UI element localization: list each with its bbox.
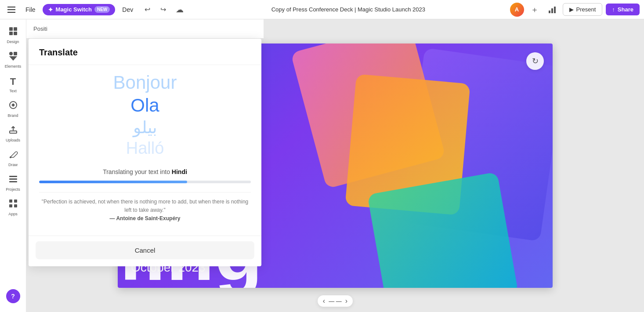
word-ola: Ola	[130, 95, 159, 116]
sidebar-label-draw: Draw	[8, 163, 18, 167]
svg-rect-18	[9, 204, 12, 207]
add-collaborator-button[interactable]: ＋	[528, 3, 542, 17]
sidebar-label-projects: Projects	[6, 187, 20, 192]
file-menu-button[interactable]: File	[21, 4, 40, 15]
svg-rect-0	[549, 11, 550, 13]
sidebar-label-text: Text	[9, 89, 17, 93]
svg-marker-9	[9, 56, 17, 61]
progress-bar-container	[39, 181, 251, 183]
share-button[interactable]: ↑ Share	[606, 4, 640, 15]
magic-switch-button[interactable]: ✦ Magic Switch NEW	[43, 4, 116, 15]
prev-page-button[interactable]: ‹	[323, 297, 325, 305]
quote-author: — Antoine de Saint-Exupéry	[39, 214, 251, 223]
svg-rect-6	[14, 32, 17, 35]
svg-rect-5	[9, 32, 13, 35]
topbar-right: A ＋ ▶ Present ↑ Share	[510, 3, 640, 17]
undo-redo-group: ↩ ↪	[140, 3, 170, 17]
sidebar-item-design[interactable]: Design	[2, 24, 25, 47]
sidebar-bottom: ?	[6, 289, 20, 308]
share-icon: ↑	[612, 6, 615, 13]
present-button[interactable]: ▶ Present	[563, 3, 603, 16]
svg-rect-2	[554, 7, 556, 13]
help-button[interactable]: ?	[6, 289, 20, 303]
svg-rect-19	[14, 204, 17, 207]
draw-icon	[8, 149, 18, 161]
page-indicator: — —	[329, 298, 342, 305]
undo-button[interactable]: ↩	[140, 3, 154, 17]
apps-icon	[8, 199, 18, 210]
sidebar-item-projects[interactable]: Projects	[2, 171, 25, 194]
projects-icon	[8, 174, 18, 186]
analytics-button[interactable]	[545, 3, 559, 17]
svg-rect-3	[9, 27, 13, 31]
sidebar-label-design: Design	[7, 40, 19, 44]
new-badge: NEW	[94, 6, 110, 13]
present-label: Present	[576, 6, 596, 13]
translate-panel: Translate Bonjour Ola بيلو Halló Transla…	[29, 39, 261, 266]
refresh-button[interactable]: ↻	[526, 52, 544, 70]
main-area: Design Elements T Text Bran	[0, 19, 644, 312]
present-icon: ▶	[569, 6, 574, 13]
text-icon: T	[10, 76, 16, 87]
save-cloud-button[interactable]: ☁	[173, 3, 187, 17]
topbar-center: Copy of Press Conference Deck | Magic St…	[190, 6, 506, 13]
translate-footer: Cancel	[29, 236, 261, 266]
translate-panel-title: Translate	[29, 39, 261, 65]
elements-icon	[8, 51, 18, 63]
sidebar-label-uploads: Uploads	[6, 138, 20, 142]
svg-rect-1	[551, 8, 553, 13]
svg-point-12	[10, 156, 11, 158]
svg-rect-16	[9, 200, 12, 203]
sidebar-item-brand[interactable]: Brand	[2, 98, 25, 120]
sidebar-label-elements: Elements	[5, 64, 22, 69]
sidebar-item-elements[interactable]: Elements	[2, 48, 25, 71]
position-label: Positi	[33, 25, 47, 32]
translating-status: Translating your text into Hindi	[103, 168, 187, 175]
quote-box: "Perfection is achieved, not when there …	[39, 192, 251, 229]
topbar-left: File ✦ Magic Switch NEW Dev ↩ ↪ ☁	[4, 3, 187, 17]
panel-area: Positi Translate Bonjour Ola بيلو Halló …	[26, 19, 264, 312]
avatar[interactable]: A	[510, 3, 524, 17]
svg-point-7	[9, 52, 13, 55]
quote-text: "Perfection is achieved, not when there …	[39, 198, 251, 214]
svg-rect-8	[14, 52, 17, 55]
share-label: Share	[618, 6, 633, 13]
svg-rect-14	[9, 178, 17, 180]
svg-rect-17	[14, 200, 17, 203]
hamburger-menu-icon[interactable]	[4, 3, 18, 17]
uploads-icon	[8, 125, 18, 137]
cancel-button[interactable]: Cancel	[36, 241, 254, 259]
sidebar-label-brand: Brand	[7, 113, 18, 118]
sidebar-label-apps: Apps	[8, 212, 18, 216]
magic-switch-label: Magic Switch	[56, 6, 92, 13]
brand-icon	[8, 100, 18, 112]
progress-bar-fill	[39, 181, 187, 183]
redo-button[interactable]: ↪	[156, 3, 170, 17]
design-icon	[8, 26, 18, 38]
translating-prefix: Translating your text into	[103, 168, 172, 175]
svg-rect-13	[9, 176, 17, 177]
translate-panel-body: Bonjour Ola بيلو Halló Translating your …	[29, 65, 261, 236]
topbar: File ✦ Magic Switch NEW Dev ↩ ↪ ☁ Copy o…	[0, 0, 644, 19]
sidebar-item-uploads[interactable]: Uploads	[2, 122, 25, 145]
pagination-controls: ‹ — — ›	[318, 295, 353, 307]
word-hallo: Halló	[126, 139, 164, 158]
document-title: Copy of Press Conference Deck | Magic St…	[271, 6, 425, 13]
position-bar: Positi	[26, 19, 264, 39]
translating-language: Hindi	[172, 168, 187, 175]
svg-rect-15	[9, 181, 17, 182]
left-sidebar: Design Elements T Text Bran	[0, 19, 26, 312]
word-arabic: بيلو	[133, 118, 157, 137]
svg-rect-4	[14, 27, 17, 31]
content-area: Positi Translate Bonjour Ola بيلو Halló …	[26, 19, 644, 312]
sidebar-item-text[interactable]: T Text	[2, 73, 25, 96]
word-bonjour: Bonjour	[113, 72, 177, 93]
next-page-button[interactable]: ›	[345, 297, 347, 305]
dev-button[interactable]: Dev	[118, 4, 137, 15]
sidebar-item-apps[interactable]: Apps	[2, 196, 25, 219]
magic-wand-icon: ✦	[48, 6, 53, 13]
words-display: Bonjour Ola بيلو Halló	[39, 72, 251, 158]
sidebar-item-draw[interactable]: Draw	[2, 147, 25, 170]
svg-rect-11	[10, 131, 17, 133]
